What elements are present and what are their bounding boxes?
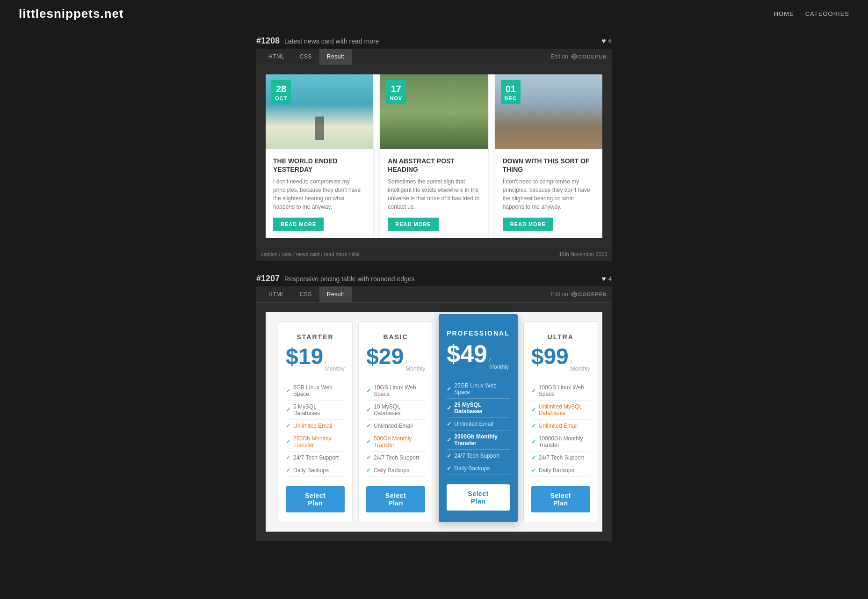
- read-more-btn-0[interactable]: READ MORE: [273, 218, 324, 231]
- feature-item: ✓10GB Linux Web Space: [366, 381, 425, 401]
- site-logo: littlesnippets.net: [19, 7, 124, 21]
- feature-item: ✓100GB Linux Web Space: [531, 381, 590, 401]
- card-image-1: 17 NOV: [380, 74, 487, 149]
- news-card-1: 17 NOV AN ABSTRACT POST HEADING Sometime…: [380, 74, 487, 238]
- plan-basic-amount: $29: [366, 345, 404, 368]
- read-more-btn-1[interactable]: READ MORE: [388, 218, 438, 231]
- feature-item: ✓Daily Backups: [531, 464, 590, 477]
- heart-icon-1207: ♥: [601, 275, 606, 283]
- feature-item: ✓24/7 Tech Support: [286, 452, 345, 464]
- pricing-table: STARTER $19 / Monthly ✓5GB Linux Web Spa…: [266, 312, 602, 532]
- card-text-2: I don't need to compromise my principles…: [503, 177, 595, 211]
- plan-starter: STARTER $19 / Monthly ✓5GB Linux Web Spa…: [278, 321, 353, 522]
- select-plan-professional[interactable]: Select Plan: [447, 484, 509, 511]
- snippet-1207-tabs: HTML CSS Result Edit on CODEPEN: [256, 286, 612, 303]
- likes-count: 6: [608, 37, 612, 44]
- feature-item: ✓250Gb Monthly Transfer: [286, 432, 345, 452]
- tags-row-1208: caption / date / news card / read more /…: [256, 248, 612, 261]
- news-card-2: 01 DEC DOWN WITH THIS SORT OF THING I do…: [495, 74, 602, 238]
- nav-home[interactable]: HOME: [774, 10, 794, 17]
- feature-item: ✓25GB Linux Web Space: [447, 380, 509, 399]
- logo-main: snippets: [46, 7, 100, 21]
- likes-count-1207: 4: [608, 275, 612, 282]
- edit-on-1207[interactable]: Edit on CODEPEN: [550, 291, 607, 298]
- plan-starter-name: STARTER: [297, 333, 334, 341]
- feature-item: ✓10000Gb Monthly Transfer: [531, 432, 590, 452]
- tab-1208-html[interactable]: HTML: [261, 49, 292, 65]
- snippet-1208-tabs: HTML CSS Result Edit on CODEPEN: [256, 49, 612, 65]
- feature-item: ✓24/7 Tech Support: [447, 450, 509, 462]
- tab-1208-result[interactable]: Result: [319, 49, 352, 65]
- feature-item: ✓Daily Backups: [366, 464, 425, 477]
- main-content: #1208 Latest news card with read more ♥ …: [256, 28, 612, 560]
- tab-1208-css[interactable]: CSS: [292, 49, 319, 65]
- feature-item: ✓5 MySQL Databases: [286, 401, 345, 420]
- feature-item: ✓Unlimited Email: [447, 418, 509, 431]
- feature-item: ✓2000Gb Monthly Transfer: [447, 431, 509, 450]
- tab-1207-html[interactable]: HTML: [261, 286, 292, 302]
- plan-starter-features: ✓5GB Linux Web Space ✓5 MySQL Databases …: [286, 381, 345, 477]
- snippet-1207-header: #1207 Responsive pricing table with roun…: [256, 270, 612, 286]
- read-more-btn-2[interactable]: READ MORE: [503, 218, 553, 231]
- plan-ultra-features: ✓100GB Linux Web Space ✓Unlimited MySQL …: [531, 381, 590, 477]
- feature-item: ✓Daily Backups: [447, 462, 509, 475]
- feature-item: ✓500Gb Monthly Transfer: [366, 432, 425, 452]
- logo-suffix: .net: [100, 7, 123, 21]
- plan-ultra-amount: $99: [531, 345, 569, 368]
- feature-item: ✓25 MySQL Databases: [447, 399, 509, 418]
- feature-item: ✓10 MySQL Databases: [366, 401, 425, 420]
- card-date-badge-0: 28 OCT: [271, 80, 291, 104]
- plan-starter-price: $19 / Monthly: [286, 345, 345, 372]
- feature-item: ✓5GB Linux Web Space: [286, 381, 345, 401]
- news-cards-container: 28 OCT THE WORLD ENDED YESTERDAY I don't…: [266, 74, 602, 238]
- select-plan-basic[interactable]: Select Plan: [366, 486, 425, 512]
- plan-basic: BASIC $29 / Monthly ✓10GB Linux Web Spac…: [358, 321, 433, 522]
- snippet-date: 16th November 2015: [559, 251, 607, 257]
- plan-starter-period: / Monthly: [325, 359, 345, 372]
- card-date-badge-1: 17 NOV: [386, 80, 406, 104]
- plan-professional: PROFESSIONAL $49 / Monthly ✓25GB Linux W…: [439, 314, 517, 522]
- card-body-0: THE WORLD ENDED YESTERDAY I don't need t…: [266, 149, 373, 238]
- tags-text: caption / date / news card / read more /…: [261, 251, 360, 257]
- plan-professional-amount: $49: [447, 342, 487, 366]
- select-plan-ultra[interactable]: Select Plan: [531, 486, 590, 512]
- plan-professional-period: / Monthly: [489, 357, 510, 370]
- plan-ultra-name: ULTRA: [548, 333, 574, 341]
- snippet-1208-result: 28 OCT THE WORLD ENDED YESTERDAY I don't…: [256, 65, 612, 248]
- plan-basic-price: $29 / Monthly: [366, 345, 425, 372]
- top-navigation: littlesnippets.net HOME CATEGORIES: [0, 0, 868, 28]
- card-text-0: I don't need to compromise my principles…: [273, 177, 365, 211]
- heart-icon: ♥: [601, 37, 606, 45]
- snippet-1207-number: #1207: [256, 274, 280, 284]
- feature-item: ✓24/7 Tech Support: [531, 452, 590, 464]
- plan-basic-period: / Monthly: [405, 359, 425, 372]
- plan-ultra-price: $99 / Monthly: [531, 345, 590, 372]
- snippet-1207-likes: ♥ 4: [601, 275, 612, 283]
- logo-prefix: little: [19, 7, 46, 21]
- tab-1207-result[interactable]: Result: [319, 286, 352, 302]
- snippet-1207-result: STARTER $19 / Monthly ✓5GB Linux Web Spa…: [256, 303, 612, 541]
- snippet-1208-number: #1208: [256, 36, 280, 46]
- news-card-0: 28 OCT THE WORLD ENDED YESTERDAY I don't…: [266, 74, 373, 238]
- feature-item: ✓24/7 Tech Support: [366, 452, 425, 464]
- edit-on-1208[interactable]: Edit on CODEPEN: [550, 53, 607, 60]
- plan-professional-price: $49 / Monthly: [447, 342, 509, 370]
- nav-links: HOME CATEGORIES: [774, 10, 849, 17]
- plan-ultra-period: / Monthly: [571, 359, 590, 372]
- card-date-badge-2: 01 DEC: [501, 80, 521, 104]
- plan-ultra: ULTRA $99 / Monthly ✓100GB Linux Web Spa…: [523, 321, 598, 522]
- select-plan-starter[interactable]: Select Plan: [286, 486, 345, 512]
- plan-basic-features: ✓10GB Linux Web Space ✓10 MySQL Database…: [366, 381, 425, 477]
- card-heading-0: THE WORLD ENDED YESTERDAY: [273, 157, 365, 174]
- feature-item: ✓Unlimited MySQL Databases: [531, 401, 590, 420]
- tab-group-1208: HTML CSS Result: [261, 49, 352, 65]
- feature-item: ✓Unlimited Email: [531, 420, 590, 432]
- tab-1207-css[interactable]: CSS: [292, 286, 319, 302]
- snippet-1208-header: #1208 Latest news card with read more ♥ …: [256, 32, 612, 49]
- nav-categories[interactable]: CATEGORIES: [805, 10, 849, 17]
- card-body-1: AN ABSTRACT POST HEADING Sometimes the s…: [380, 149, 487, 238]
- plan-professional-name: PROFESSIONAL: [447, 329, 509, 337]
- codepen-logo-1207: CODEPEN: [571, 291, 607, 298]
- feature-item: ✓Unlimited Email: [286, 420, 345, 432]
- card-text-1: Sometimes the surest sign that intellige…: [388, 177, 480, 211]
